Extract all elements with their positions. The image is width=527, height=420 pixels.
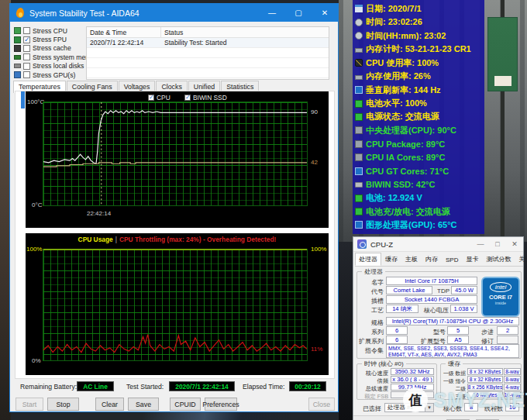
aida64-titlebar[interactable]: System Stability Test - AIDA64 — ▢ ✕ [10,4,338,22]
cpu-usage-graph: CPU Usage|CPU Throttling (max: 24%) - Ov… [26,233,329,375]
clear-button[interactable]: Clear [95,398,124,411]
stress-option-gpu[interactable]: Stress GPU(s) [14,71,85,79]
ssd-current-value: 42 [311,159,318,166]
osd-battery-voltage: 电池: 12.924 V [355,192,484,205]
cpu-name-field: Intel Core i7 10875H [386,277,477,285]
osd-time: 时间: 23:02:26 [355,16,484,29]
event-log-table: Date & Time Status 2020/7/1 22:42:14 Sta… [86,26,329,80]
l1-data-field: 8 x 32 KBytes [467,368,503,375]
tab-mainboard[interactable]: 主板 [401,253,422,266]
close-icon[interactable]: ✕ [506,237,523,252]
stop-button[interactable]: Stop [47,398,79,411]
clock-icon [355,32,363,40]
start-button[interactable]: Start [16,398,43,411]
model-label: 型号 [421,328,446,336]
core-voltage-label: 核心电压 [419,306,449,315]
maximize-icon[interactable]: □ [489,237,506,252]
cpuz-footer: CPU-Z Ver. 1.92.2.x64 [353,415,523,420]
remaining-battery-value: AC Line [77,381,114,391]
tdp-field: 45.0 W [451,286,477,294]
stress-option-memory[interactable]: Stress system memory [14,53,85,61]
legend-ssd-checkbox[interactable] [184,95,191,101]
revision-field [497,336,518,344]
minimize-icon[interactable]: — [259,4,285,22]
legend-cpu[interactable]: CPU [148,94,170,102]
preferences-button[interactable]: Preferences [205,398,237,411]
close-icon[interactable]: ✕ [312,4,338,22]
table-row-empty [87,48,329,58]
osd-battery-charge: 电池充/放电: 交流电源 [355,205,484,218]
model-field: 5 [447,326,469,335]
stress-option-disks[interactable]: Stress local disks [14,62,85,71]
test-started-label: Test Started: [126,383,164,391]
remaining-battery-label: Remaining Battery: [20,383,77,391]
watermark-logo: 值 [403,387,428,412]
tdp-label: TDP [434,287,450,294]
stress-option-cache[interactable]: Stress cache [14,44,85,53]
aida64-window-title: System Stability Test - AIDA64 [29,9,140,18]
column-date-time: Date & Time [87,27,161,37]
battery-icon [355,195,363,202]
minimize-icon[interactable]: — [472,237,489,252]
osd-memory-usage: 内存使用率: 26% [355,71,484,83]
tab-about[interactable]: 关于 [515,253,527,266]
tab-memory[interactable]: 内存 [422,253,442,266]
disk-icon [14,64,21,68]
stress-gpu-checkbox[interactable] [23,71,30,78]
battery-icon [355,208,363,215]
core-speed-field: 3590.32 MHz [391,368,434,375]
cpuz-titlebar[interactable]: CPU-Z — □ ✕ [353,237,523,252]
stress-cpu-checkbox[interactable] [23,27,30,34]
x-axis-time-label: 22:42:14 [87,210,111,217]
scrollbar-thumb[interactable] [21,91,25,108]
save-button[interactable]: Save [128,398,159,411]
stress-cache-checkbox[interactable] [23,45,30,52]
cpu-icon [14,27,21,34]
osd-date: 日期: 2020/7/1 [355,2,484,15]
usage-title: CPU Usage [78,236,113,243]
calendar-icon [355,5,363,12]
battery-icon [355,100,363,108]
stress-option-cpu[interactable]: Stress CPU [14,26,85,35]
street-banner [487,17,518,91]
stress-memory-checkbox[interactable] [23,53,30,60]
family-label: 系列 [359,328,384,336]
desktop-background-streak [93,412,341,420]
ext-model-field: A5 [447,336,469,344]
table-row[interactable]: 2020/7/1 22:42:14 Stability Test: Starte… [87,38,329,48]
banner-label [494,76,512,86]
stepping-field: 2 [497,326,518,335]
osd-cpu-usage: CPU 使用率: 100% [355,57,484,69]
stress-fpu-checkbox[interactable] [23,36,30,43]
tab-spd[interactable]: SPD [442,254,462,266]
ext-family-label: 扩展系列 [357,337,384,346]
log-datetime: 2020/7/1 22:42:14 [87,39,161,46]
processor-group: 处理器 名字 Intel Core i7 10875H 代号 Comet Lak… [356,271,522,359]
l1-data-label: 一级 数据 [441,370,466,377]
osd-ssd-temp: BIWIN SSD: 42°C [355,178,484,191]
y-axis-min-label: 0°C [32,201,42,208]
legend-biwin-ssd[interactable]: BIWIN SSD [184,94,227,102]
stress-disks-checkbox[interactable] [23,63,30,70]
ram-icon [355,75,363,80]
osd-power-status: 电源状态: 交流电源 [355,111,484,123]
stress-option-fpu[interactable]: Stress FPU [14,35,85,43]
tab-bench[interactable]: 测试分数 [482,253,515,266]
site-watermark: 值 SMYZ.NET [403,387,527,412]
tab-processor[interactable]: 处理器 [355,253,381,266]
tab-caches[interactable]: 缓存 [381,253,401,266]
throttling-warning: CPU Throttling (max: 24%) - Overheating … [119,236,276,243]
legend-cpu-checkbox[interactable] [148,95,154,101]
disk-icon [355,182,363,188]
close-button[interactable]: Close [308,398,335,411]
chip-icon [355,153,363,161]
stepping-label: 步进 [475,328,494,336]
tab-graphics[interactable]: 显卡 [462,253,482,266]
core-voltage-field: 1.038 V [450,305,477,313]
technology-label: 工艺 [359,306,384,315]
maximize-icon[interactable]: ▢ [285,4,312,22]
temperature-series [43,102,307,206]
cpuid-button[interactable]: CPUID [170,398,201,411]
osd-refresh-rate: 垂直刷新率: 144 Hz [355,84,484,96]
specification-field: Intel(R) Core(TM) i7-10875H CPU @ 2.30GH… [386,317,519,325]
